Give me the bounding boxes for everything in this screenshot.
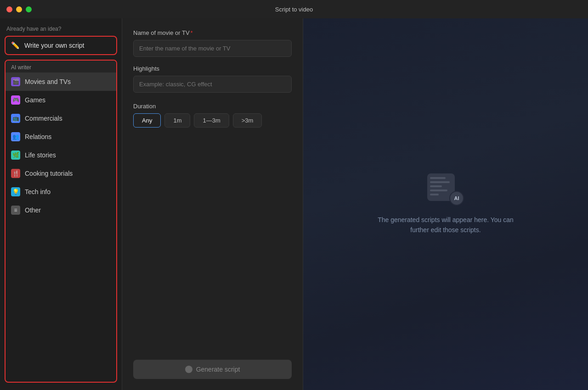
pencil-icon: ✏️ bbox=[11, 41, 20, 50]
movie-field-label: Name of movie or TV* bbox=[133, 29, 292, 36]
sidebar-item-relations-label: Relations bbox=[25, 133, 51, 140]
sidebar-item-commercials-label: Commercials bbox=[25, 115, 62, 122]
doc-line-2 bbox=[430, 181, 450, 183]
duration-buttons: Any 1m 1—3m >3m bbox=[133, 113, 292, 128]
window-title: Script to video bbox=[275, 6, 313, 13]
sidebar-item-life-stories[interactable]: 🌿 Life stories bbox=[6, 146, 116, 164]
sidebar-item-relations[interactable]: 👥 Relations bbox=[6, 128, 116, 146]
sidebar-item-tech-label: Tech info bbox=[25, 188, 51, 195]
traffic-lights bbox=[6, 6, 32, 12]
sidebar-item-cooking[interactable]: 🍴 Cooking tutorials bbox=[6, 164, 116, 183]
fullscreen-button[interactable] bbox=[26, 6, 32, 12]
relations-icon: 👥 bbox=[11, 132, 20, 141]
ai-writer-label: AI writer bbox=[6, 61, 116, 72]
duration-3m-plus-button[interactable]: >3m bbox=[233, 113, 262, 128]
sidebar-item-other[interactable]: ≡ Other bbox=[6, 201, 116, 219]
close-button[interactable] bbox=[6, 6, 12, 12]
ai-writer-section: AI writer 🎬 Movies and TVs 🎮 Games 📺 Com… bbox=[5, 60, 117, 383]
ai-placeholder-icon: AI bbox=[427, 173, 464, 206]
spinner-icon bbox=[185, 366, 192, 373]
placeholder-text: The generated scripts will appear here. … bbox=[372, 215, 519, 235]
cooking-icon: 🍴 bbox=[11, 169, 20, 178]
sidebar-item-games[interactable]: 🎮 Games bbox=[6, 91, 116, 109]
movie-name-input[interactable] bbox=[133, 40, 292, 57]
duration-section: Duration Any 1m 1—3m >3m bbox=[133, 103, 292, 128]
duration-label: Duration bbox=[133, 103, 292, 110]
life-stories-icon: 🌿 bbox=[11, 150, 20, 160]
titlebar: Script to video bbox=[0, 0, 588, 18]
highlights-field-label: Highlights bbox=[133, 65, 292, 72]
games-icon: 🎮 bbox=[11, 95, 20, 105]
sidebar-item-life-stories-label: Life stories bbox=[25, 151, 56, 159]
write-own-label: Write your own script bbox=[24, 42, 84, 49]
doc-line-3 bbox=[430, 185, 442, 187]
other-icon: ≡ bbox=[11, 206, 20, 215]
right-panel: AI The generated scripts will appear her… bbox=[303, 18, 588, 390]
sidebar-item-cooking-label: Cooking tutorials bbox=[25, 170, 73, 177]
generate-script-button[interactable]: Generate script bbox=[133, 360, 292, 379]
sidebar: Already have an idea? ✏️ Write your own … bbox=[0, 18, 122, 390]
commercials-icon: 📺 bbox=[11, 114, 20, 123]
write-own-script-button[interactable]: ✏️ Write your own script bbox=[5, 36, 117, 55]
duration-1-3m-button[interactable]: 1—3m bbox=[194, 113, 229, 128]
duration-any-button[interactable]: Any bbox=[133, 113, 161, 128]
highlights-input[interactable] bbox=[133, 76, 292, 93]
sidebar-item-games-label: Games bbox=[25, 96, 45, 104]
sidebar-item-tech[interactable]: 💡 Tech info bbox=[6, 183, 116, 201]
sidebar-item-movies[interactable]: 🎬 Movies and TVs bbox=[6, 72, 116, 91]
sidebar-item-other-label: Other bbox=[25, 206, 41, 214]
generate-label: Generate script bbox=[196, 366, 240, 373]
movies-icon: 🎬 bbox=[11, 77, 20, 86]
already-label: Already have an idea? bbox=[5, 26, 117, 32]
minimize-button[interactable] bbox=[16, 6, 22, 12]
tech-icon: 💡 bbox=[11, 187, 20, 196]
middle-panel: Name of movie or TV* Highlights Duration… bbox=[122, 18, 303, 390]
doc-line-1 bbox=[430, 177, 446, 179]
doc-line-5 bbox=[430, 194, 439, 195]
sidebar-item-movies-label: Movies and TVs bbox=[25, 78, 71, 85]
sidebar-item-commercials[interactable]: 📺 Commercials bbox=[6, 109, 116, 128]
required-indicator: * bbox=[191, 29, 193, 36]
main-layout: Already have an idea? ✏️ Write your own … bbox=[0, 18, 588, 390]
ai-badge: AI bbox=[449, 191, 464, 206]
duration-1m-button[interactable]: 1m bbox=[164, 113, 190, 128]
doc-line-4 bbox=[430, 189, 447, 191]
